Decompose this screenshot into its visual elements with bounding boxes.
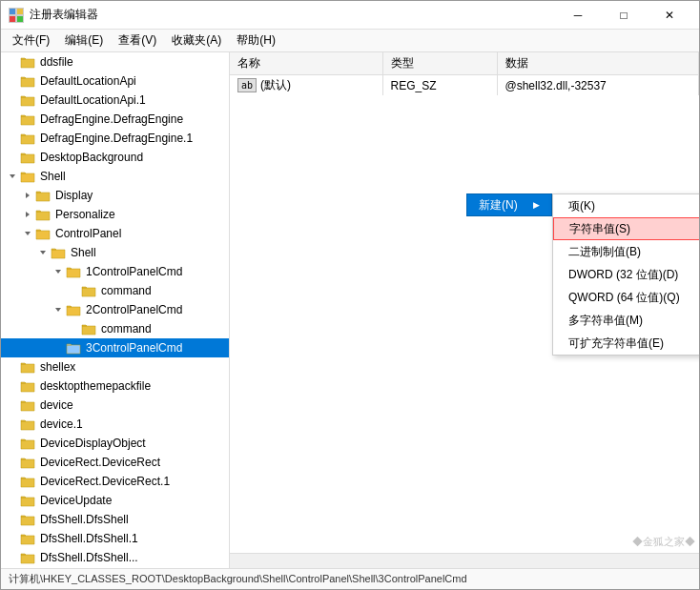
menu-edit[interactable]: 编辑(E) [57,31,111,51]
right-panel: 名称 类型 数据 ab(默认)REG_SZ@shell32.dll,-32537… [230,52,699,568]
folder-icon [20,378,35,394]
new-menu-container: 新建(N) ▶ 项(K)字符串值(S)二进制制值(B)DWORD (32 位值)… [466,193,552,216]
folder-icon [66,340,81,356]
folder-icon [20,54,35,70]
tree-item-label: Shell [40,170,66,183]
folder-icon [20,73,35,89]
tree-item-label: DeviceRect.DeviceRect.1 [40,475,170,488]
tree-item[interactable]: 3ControlPanelCmd [1,338,229,357]
submenu-item[interactable]: 项(K) [553,194,699,217]
menubar: 文件(F) 编辑(E) 查看(V) 收藏夹(A) 帮助(H) [1,30,699,52]
tree-item[interactable]: shellex [1,357,229,376]
window-controls: ─ □ ✕ [556,2,691,29]
tree-arrow-icon [20,188,35,203]
submenu-item[interactable]: 字符串值(S) [553,217,699,240]
submenu-item[interactable]: QWORD (64 位值)(Q) [553,286,699,309]
submenu-item[interactable]: DWORD (32 位值)(D) [553,263,699,286]
menu-file[interactable]: 文件(F) [5,31,57,51]
new-menu-arrow: ▶ [533,200,540,210]
tree-item[interactable]: DeviceRect.DeviceRect [1,453,229,472]
tree-item[interactable]: desktopthemepackfile [1,376,229,396]
tree-item[interactable]: ControlPanel [1,224,229,243]
tree-arrow-icon [51,302,66,317]
tree-item[interactable]: 2ControlPanelCmd [1,300,229,319]
folder-icon [66,302,81,317]
tree-item-label: DesktopBackground [40,151,143,164]
app-icon [9,8,24,23]
menu-view[interactable]: 查看(V) [111,31,164,51]
tree-item[interactable]: Personalize [1,205,229,224]
col-data: 数据 [497,52,699,75]
tree-item[interactable]: ddsfile [1,52,229,71]
tree-item-label: DeviceUpdate [40,494,112,507]
main-content: ddsfile DefaultLocationApi DefaultLocati… [1,52,699,568]
minimize-button[interactable]: ─ [556,2,600,29]
registry-table: 名称 类型 数据 ab(默认)REG_SZ@shell32.dll,-32537 [230,52,699,95]
tree-arrow-icon [5,169,20,184]
table-row[interactable]: ab(默认)REG_SZ@shell32.dll,-32537 [230,75,699,96]
submenu-item[interactable]: 可扩充字符串值(E) [553,332,699,355]
svg-marker-4 [10,174,15,178]
folder-icon [20,550,35,565]
tree-item[interactable]: Shell [1,243,229,262]
new-menu-label: 新建(N) [479,197,518,214]
tree-item[interactable]: command [1,319,229,338]
cell-type: REG_SZ [382,75,497,96]
folder-icon [20,131,35,146]
menu-favorites[interactable]: 收藏夹(A) [164,31,229,51]
cell-data: @shell32.dll,-32537 [497,75,699,96]
tree-item-label: command [101,322,152,336]
folder-icon [20,112,35,127]
maximize-button[interactable]: □ [602,2,646,29]
tree-item[interactable]: command [1,281,229,300]
menu-help[interactable]: 帮助(H) [229,31,283,51]
folder-icon [20,359,35,375]
tree-item[interactable]: DeviceUpdate [1,491,229,510]
tree-arrow-icon [51,264,66,279]
tree-item-label: Display [55,189,93,202]
tree-item[interactable]: DefaultLocationApi [1,71,229,91]
tree-item[interactable]: DefragEngine.DefragEngine [1,110,229,129]
tree-item[interactable]: Display [1,186,229,205]
col-name: 名称 [230,52,382,75]
submenu-item[interactable]: 二进制制值(B) [553,240,699,263]
tree-item-label: DeviceDisplayObject [40,437,146,450]
tree-item-label: DfsShell.DfsShell.1 [40,532,138,545]
window-title: 注册表编辑器 [30,7,556,23]
folder-icon [20,512,35,527]
tree-item-label: Shell [71,246,96,259]
tree-item[interactable]: DefragEngine.DefragEngine.1 [1,129,229,148]
horizontal-scrollbar[interactable] [230,553,699,568]
folder-icon [20,455,35,470]
svg-marker-5 [26,193,30,198]
context-menu-area: 新建(N) ▶ 项(K)字符串值(S)二进制制值(B)DWORD (32 位值)… [466,193,552,216]
tree-item-label: 1ControlPanelCmd [86,265,182,278]
tree-item-label: DefragEngine.DefragEngine [40,112,183,126]
tree-item[interactable]: DfsShell.DfsShell... [1,548,229,567]
tree-item[interactable]: DesktopBackground [1,148,229,167]
main-window: 注册表编辑器 ─ □ ✕ 文件(F) 编辑(E) 查看(V) 收藏夹(A) 帮助… [0,0,700,590]
tree-item[interactable]: DeviceDisplayObject [1,434,229,453]
tree-item[interactable]: Shell [1,167,229,186]
tree-item[interactable]: device.1 [1,415,229,434]
statusbar: 计算机\HKEY_CLASSES_ROOT\DesktopBackground\… [1,568,699,589]
watermark: ◆金狐之家◆ [632,535,695,549]
close-button[interactable]: ✕ [648,2,691,29]
tree-item-label: DefragEngine.DefragEngine.1 [40,132,193,145]
tree-item[interactable]: 1ControlPanelCmd [1,262,229,281]
tree-item[interactable]: DfsShell.DfsShell [1,510,229,529]
tree-item-label: device [40,398,73,412]
tree-item[interactable]: DfsShell.DfsShell.1 [1,529,229,548]
tree-panel[interactable]: ddsfile DefaultLocationApi DefaultLocati… [1,52,230,568]
tree-item[interactable]: device [1,396,229,415]
tree-item[interactable]: DefaultLocationApi.1 [1,91,229,110]
tree-item[interactable]: DeviceRect.DeviceRect.1 [1,472,229,491]
folder-icon [35,226,51,241]
tree-item-label: DfsShell.DfsShell... [40,551,138,564]
tree-item-label: device.1 [40,417,83,431]
folder-icon [20,493,35,508]
svg-marker-10 [55,308,61,312]
submenu-item[interactable]: 多字符串值(M) [553,309,699,332]
new-menu-button[interactable]: 新建(N) ▶ [466,193,552,216]
tree-item-label: DefaultLocationApi.1 [40,93,146,107]
